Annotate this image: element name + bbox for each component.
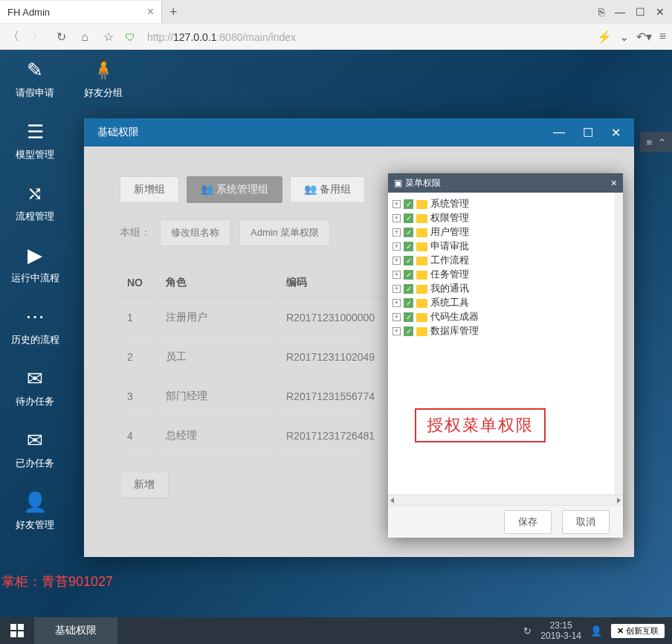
checkbox-icon[interactable]: ✓ <box>404 298 413 308</box>
top-right-strip: ≡ ⌃ <box>640 132 672 152</box>
checkbox-icon[interactable]: ✓ <box>404 270 413 280</box>
app-close-icon[interactable]: ✕ <box>611 126 621 140</box>
close-icon[interactable]: ✕ <box>656 6 665 18</box>
expand-icon[interactable]: + <box>392 285 401 293</box>
tree-item-label: 用户管理 <box>430 226 469 239</box>
expand-icon[interactable]: + <box>392 271 401 279</box>
folder-icon <box>416 299 427 308</box>
browser-tab[interactable]: FH Admin × <box>0 1 162 23</box>
expand-icon[interactable]: + <box>392 242 401 251</box>
desktop-icon[interactable]: 👤好友管理 <box>0 491 70 532</box>
folder-icon <box>416 242 427 251</box>
app-title: 基础权限 <box>97 126 139 139</box>
tree-item[interactable]: +✓系统工具 <box>391 296 611 310</box>
cancel-button[interactable]: 取消 <box>562 510 610 534</box>
expand-icon[interactable]: + <box>392 299 401 307</box>
tree-item[interactable]: +✓系统管理 <box>391 197 611 211</box>
list-icon: ☰ <box>27 120 44 144</box>
desktop-icon[interactable]: ✉已办任务 <box>0 429 70 470</box>
taskbar-logo: ✕创新互联 <box>611 624 665 638</box>
desktop-icon[interactable]: ☰模型管理 <box>0 120 70 161</box>
new-tab-icon[interactable]: + <box>162 4 185 20</box>
menu-icon[interactable]: ≡ <box>659 30 666 44</box>
start-button[interactable] <box>0 617 34 644</box>
checkbox-icon[interactable]: ✓ <box>404 284 413 294</box>
tree-item[interactable]: +✓代码生成器 <box>391 310 611 324</box>
chevron-down-icon[interactable]: ⌄ <box>619 30 629 44</box>
dialog-footer: 保存 取消 <box>388 505 623 538</box>
desktop-icon[interactable]: ✎请假申请 <box>0 59 70 100</box>
svg-rect-3 <box>18 631 24 637</box>
expand-icon[interactable]: + <box>392 257 401 265</box>
menu-permission-dialog: ▣ 菜单权限 × +✓系统管理+✓权限管理+✓用户管理+✓申请审批+✓工作流程+… <box>388 173 623 538</box>
annotation-label: 授权菜单权限 <box>415 408 546 442</box>
desktop-icon-label: 好友分组 <box>84 86 123 100</box>
checkbox-icon[interactable]: ✓ <box>404 312 413 322</box>
taskbar-sync-icon[interactable]: ↻ <box>523 625 532 637</box>
tree-item-label: 代码生成器 <box>430 311 479 323</box>
desktop-icon[interactable]: ⤭流程管理 <box>0 182 70 223</box>
maximize-icon[interactable]: ☐ <box>636 6 645 18</box>
tree-item[interactable]: +✓我的通讯 <box>391 282 611 296</box>
taskbar-clock[interactable]: 23:15 2019-3-14 <box>540 620 581 642</box>
shield-icon[interactable]: 🛡 <box>125 31 135 43</box>
tab-close-icon[interactable]: × <box>147 5 154 19</box>
minimize-icon[interactable]: — <box>615 6 625 18</box>
home-icon[interactable]: ⌂ <box>77 30 92 45</box>
svg-rect-2 <box>10 631 16 637</box>
desktop-icon[interactable]: ▶运行中流程 <box>0 244 70 285</box>
tree-item[interactable]: +✓权限管理 <box>391 211 611 225</box>
refresh-icon[interactable]: ↻ <box>54 30 68 45</box>
address-bar[interactable]: http://127.0.0.1:8080/main/index <box>147 31 588 43</box>
desktop-icon[interactable]: ✉待办任务 <box>0 367 70 408</box>
taskbar-avatar-icon[interactable]: 👤 <box>590 625 602 637</box>
checkbox-icon[interactable]: ✓ <box>404 242 413 251</box>
checkbox-icon[interactable]: ✓ <box>404 326 413 336</box>
app-minimize-icon[interactable]: — <box>553 126 565 140</box>
dots-icon: ⋯ <box>25 306 45 329</box>
strip-chevron-icon[interactable]: ⌃ <box>658 137 666 148</box>
strip-menu-icon[interactable]: ≡ <box>646 137 652 148</box>
back-icon[interactable]: 〈 <box>6 30 21 45</box>
tree-item-label: 数据库管理 <box>430 325 479 338</box>
checkbox-icon[interactable]: ✓ <box>404 228 413 237</box>
checkbox-icon[interactable]: ✓ <box>404 213 413 223</box>
desktop-icon[interactable]: ⋯历史的流程 <box>0 306 70 347</box>
folder-icon <box>416 214 427 223</box>
tree-area[interactable]: +✓系统管理+✓权限管理+✓用户管理+✓申请审批+✓工作流程+✓任务管理+✓我的… <box>388 193 623 495</box>
flash-icon[interactable]: ⚡ <box>597 30 612 44</box>
app-maximize-icon[interactable]: ☐ <box>583 126 593 140</box>
users-icon: 👥 <box>201 183 213 195</box>
checkbox-icon[interactable]: ✓ <box>404 199 413 209</box>
tree-item[interactable]: +✓数据库管理 <box>391 324 611 338</box>
favorite-icon[interactable]: ☆ <box>101 30 116 45</box>
checkbox-icon[interactable]: ✓ <box>404 256 413 265</box>
horizontal-scrollbar[interactable] <box>388 495 623 505</box>
folder-icon <box>416 257 427 265</box>
app-menu-icon[interactable]: ⎘ <box>598 6 604 18</box>
tree-item-label: 我的通讯 <box>430 283 469 295</box>
forward-icon[interactable]: 〉 <box>30 30 45 45</box>
folder-icon <box>416 327 427 336</box>
address-row: 〈 〉 ↻ ⌂ ☆ 🛡 http://127.0.0.1:8080/main/i… <box>0 24 672 50</box>
tree-item[interactable]: +✓任务管理 <box>391 268 611 282</box>
undo-icon[interactable]: ↶▾ <box>636 30 652 44</box>
app-titlebar[interactable]: 基础权限 — ☐ ✕ <box>84 118 634 146</box>
dialog-titlebar[interactable]: ▣ 菜单权限 × <box>388 173 623 193</box>
save-button[interactable]: 保存 <box>504 510 552 534</box>
tree-item[interactable]: +✓申请审批 <box>391 239 611 254</box>
desktop-icon[interactable]: 🧍好友分组 <box>70 59 137 100</box>
expand-icon[interactable]: + <box>392 313 401 321</box>
expand-icon[interactable]: + <box>392 228 401 236</box>
dialog-close-icon[interactable]: × <box>611 177 617 189</box>
desktop-icon-label: 好友管理 <box>16 518 54 532</box>
expand-icon[interactable]: + <box>392 327 401 335</box>
mail-icon: ✉ <box>27 367 43 390</box>
expand-icon[interactable]: + <box>392 200 401 208</box>
tree-item[interactable]: +✓工作流程 <box>391 254 611 268</box>
expand-icon[interactable]: + <box>392 214 401 222</box>
taskbar-item[interactable]: 基础权限 <box>34 617 117 644</box>
desktop: ≡ ⌃ ✎请假申请☰模型管理⤭流程管理▶运行中流程⋯历史的流程✉待办任务✉已办任… <box>0 50 672 617</box>
desktop-icons-col1: ✎请假申请☰模型管理⤭流程管理▶运行中流程⋯历史的流程✉待办任务✉已办任务👤好友… <box>0 59 70 532</box>
tree-item[interactable]: +✓用户管理 <box>391 225 611 239</box>
